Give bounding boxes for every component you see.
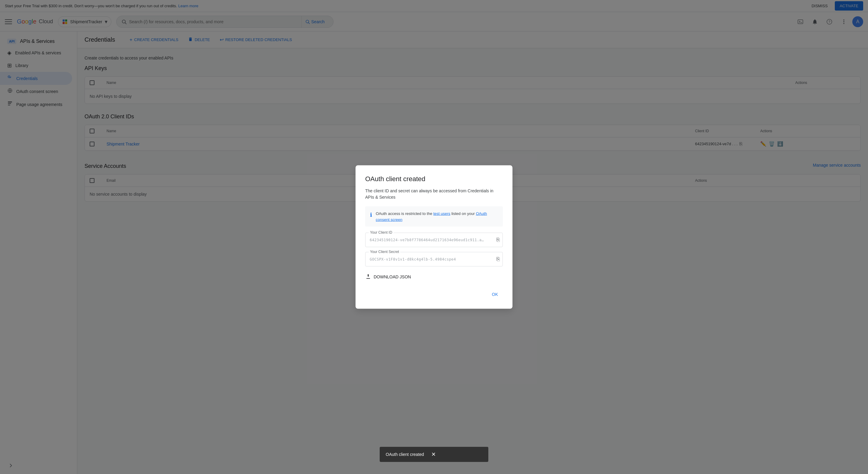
- client-secret-field: Your Client Secret GOCSPX-v1F8v1v1-d8kc4…: [365, 252, 503, 267]
- client-secret-label: Your Client Secret: [369, 250, 400, 254]
- ok-button[interactable]: OK: [487, 290, 503, 299]
- copy-client-secret-button[interactable]: ⎘: [496, 256, 500, 262]
- download-json-button[interactable]: DOWNLOAD JSON: [365, 271, 411, 282]
- dialog-actions: OK: [365, 287, 503, 299]
- client-secret-value: GOCSPX-v1F8v1v1-d8kc4g4lb-5.4984cspe4: [365, 252, 503, 267]
- client-id-label: Your Client ID: [369, 230, 394, 235]
- test-users-link[interactable]: test users: [433, 211, 450, 216]
- info-icon: ℹ: [370, 211, 372, 219]
- oauth-created-dialog: OAuth client created The client ID and s…: [355, 166, 513, 309]
- snackbar: OAuth client created ✕: [380, 447, 488, 462]
- dialog-subtitle: The client ID and secret can always be a…: [365, 188, 503, 201]
- client-id-field: Your Client ID 642345190124-ve7b8f778646…: [365, 233, 503, 247]
- snackbar-message: OAuth client created: [386, 452, 424, 457]
- oauth-consent-link[interactable]: OAuth consent screen: [376, 211, 487, 222]
- snackbar-close-button[interactable]: ✕: [431, 451, 436, 458]
- download-json-icon: [365, 274, 371, 280]
- copy-client-id-button[interactable]: ⎘: [496, 237, 500, 243]
- dialog-title: OAuth client created: [365, 175, 503, 183]
- info-text: OAuth access is restricted to the test u…: [376, 211, 498, 223]
- client-id-value: 642345190124-ve7b8f7786464ud2171634e96eu…: [365, 233, 503, 247]
- info-box: ℹ OAuth access is restricted to the test…: [365, 207, 503, 227]
